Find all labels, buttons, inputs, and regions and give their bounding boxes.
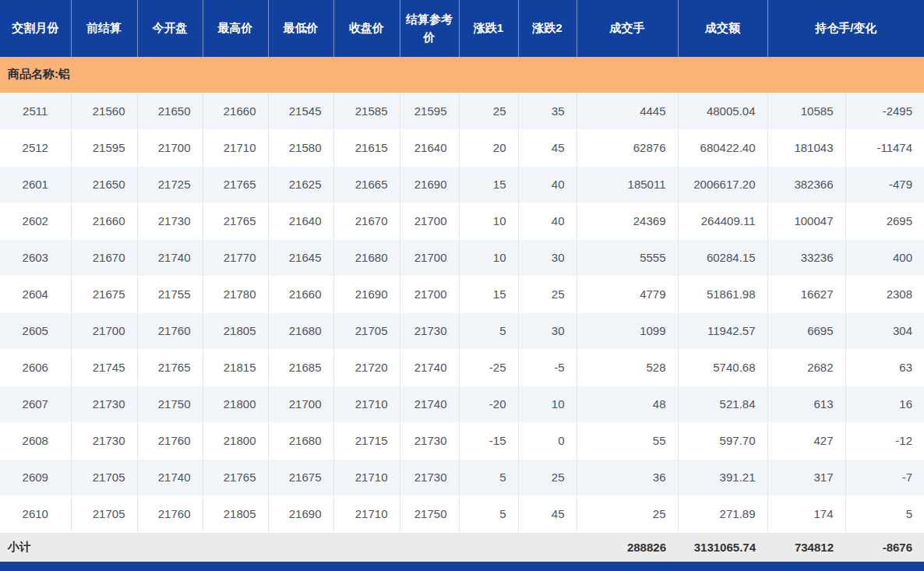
value-cell: 33236 <box>767 239 845 276</box>
table-row: 2608217302176021800216802171521730-15055… <box>0 422 924 459</box>
value-cell: 21755 <box>137 276 203 312</box>
value-cell: 2695 <box>845 203 924 239</box>
value-cell: 264409.11 <box>678 203 767 239</box>
value-cell: 25 <box>518 276 577 312</box>
value-cell: 25 <box>518 459 577 495</box>
delivery-month-cell: 2606 <box>0 349 71 386</box>
value-cell: 427 <box>767 422 845 459</box>
value-cell: 40 <box>518 203 577 239</box>
commodity-group-row: 商品名称:铝 <box>0 57 924 93</box>
value-cell: 2308 <box>845 276 924 312</box>
value-cell: -15 <box>459 422 518 459</box>
value-cell: 30 <box>518 239 577 276</box>
value-cell: -12 <box>845 422 924 459</box>
value-cell: -20 <box>459 386 518 422</box>
value-cell: 21680 <box>268 422 333 459</box>
value-cell: 21705 <box>71 459 137 495</box>
value-cell: 4445 <box>577 93 678 129</box>
value-cell: 20 <box>459 129 518 166</box>
col-change2: 涨跌2 <box>518 0 577 57</box>
value-cell: -25 <box>459 349 518 386</box>
value-cell: 5 <box>459 459 518 495</box>
value-cell: 5740.68 <box>678 349 767 386</box>
value-cell: 21625 <box>268 166 333 203</box>
value-cell: 4779 <box>577 276 678 312</box>
value-cell: 21645 <box>268 239 333 276</box>
value-cell: 21675 <box>71 276 137 312</box>
table-row: 2604216752175521780216602169021700152547… <box>0 276 924 312</box>
value-cell: 51861.98 <box>678 276 767 312</box>
value-cell: 24369 <box>577 203 678 239</box>
table-row: 2606217452176521815216852172021740-25-55… <box>0 349 924 386</box>
value-cell: 55 <box>577 422 678 459</box>
subtotal-volume: 288826 <box>577 532 678 562</box>
delivery-month-cell: 2607 <box>0 386 71 422</box>
delivery-month-cell: 2602 <box>0 203 71 239</box>
table-row: 2605217002176021805216802170521730530109… <box>0 312 924 349</box>
value-cell: 185011 <box>577 166 678 203</box>
value-cell: 5 <box>459 312 518 349</box>
value-cell: 21740 <box>137 459 203 495</box>
col-prev-settlement: 前结算 <box>71 0 137 57</box>
value-cell: 16627 <box>767 276 845 312</box>
col-low: 最低价 <box>268 0 333 57</box>
delivery-month-cell: 2604 <box>0 276 71 312</box>
value-cell: 21615 <box>333 129 400 166</box>
delivery-month-cell: 2605 <box>0 312 71 349</box>
col-high: 最高价 <box>203 0 268 57</box>
value-cell: 21740 <box>400 386 459 422</box>
value-cell: 21650 <box>137 93 203 129</box>
value-cell: 5555 <box>577 239 678 276</box>
value-cell: 21710 <box>203 129 268 166</box>
value-cell: 21750 <box>137 386 203 422</box>
value-cell: 21660 <box>203 93 268 129</box>
commodity-name-label: 商品名称:铝 <box>0 57 924 93</box>
value-cell: -7 <box>845 459 924 495</box>
value-cell: 181043 <box>767 129 845 166</box>
value-cell: 21770 <box>203 239 268 276</box>
value-cell: 10585 <box>767 93 845 129</box>
value-cell: 6695 <box>767 312 845 349</box>
value-cell: 21700 <box>400 239 459 276</box>
value-cell: 521.84 <box>678 386 767 422</box>
value-cell: 21670 <box>333 203 400 239</box>
value-cell: -11474 <box>845 129 924 166</box>
value-cell: 35 <box>518 93 577 129</box>
table-row: 2601216502172521765216252166521690154018… <box>0 166 924 203</box>
value-cell: -5 <box>518 349 577 386</box>
value-cell: 21710 <box>333 459 400 495</box>
value-cell: 21670 <box>71 239 137 276</box>
subtotal-label: 小计 <box>0 532 577 562</box>
value-cell: 21730 <box>71 386 137 422</box>
table-row: 2602216602173021765216402167021700104024… <box>0 203 924 239</box>
delivery-month-cell: 2512 <box>0 129 71 166</box>
value-cell: 21580 <box>268 129 333 166</box>
subtotal-turnover: 3131065.74 <box>678 532 767 562</box>
value-cell: 48 <box>577 386 678 422</box>
value-cell: 680422.40 <box>678 129 767 166</box>
value-cell: 21765 <box>137 349 203 386</box>
value-cell: 21705 <box>71 495 137 532</box>
value-cell: 21800 <box>203 422 268 459</box>
value-cell: 21725 <box>137 166 203 203</box>
value-cell: 21675 <box>268 459 333 495</box>
value-cell: 21765 <box>203 203 268 239</box>
header-row: 交割月份 前结算 今开盘 最高价 最低价 收盘价 结算参考价 涨跌1 涨跌2 成… <box>0 0 924 57</box>
table-body: 商品名称:铝 251121560216502166021545215852159… <box>0 57 924 562</box>
delivery-month-cell: 2609 <box>0 459 71 495</box>
value-cell: 0 <box>518 422 577 459</box>
subtotal-open-interest: 734812 <box>767 532 845 562</box>
value-cell: 21560 <box>71 93 137 129</box>
value-cell: 21760 <box>137 312 203 349</box>
value-cell: 21805 <box>203 312 268 349</box>
value-cell: 21740 <box>137 239 203 276</box>
value-cell: 271.89 <box>678 495 767 532</box>
table-row: 2607217302175021800217002171021740-20104… <box>0 386 924 422</box>
value-cell: 528 <box>577 349 678 386</box>
value-cell: 5 <box>845 495 924 532</box>
value-cell: 21805 <box>203 495 268 532</box>
value-cell: 400 <box>845 239 924 276</box>
value-cell: 317 <box>767 459 845 495</box>
value-cell: 15 <box>459 276 518 312</box>
value-cell: 21705 <box>333 312 400 349</box>
